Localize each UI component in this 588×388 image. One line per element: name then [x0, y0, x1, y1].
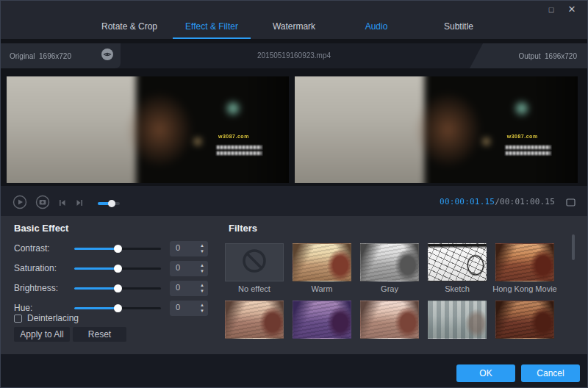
cancel-button[interactable]: Cancel	[521, 364, 580, 382]
filter-row2-4[interactable]	[428, 301, 487, 339]
brightness-value-input[interactable]: 0 ▲▼	[170, 281, 208, 296]
previous-frame-icon[interactable]	[58, 197, 67, 210]
timecode: 00:00:01.15/00:01:00.15	[440, 197, 555, 206]
saturation-spinner[interactable]: ▲▼	[200, 262, 204, 274]
close-icon[interactable]: ✕	[565, 3, 578, 16]
original-resolution-label: Original 1696x720	[10, 52, 71, 60]
hue-spinner[interactable]: ▲▼	[200, 302, 204, 314]
contrast-slider[interactable]	[74, 241, 161, 256]
footer-bar: OK Cancel	[1, 354, 587, 388]
original-video-preview: w3087.com	[7, 76, 289, 183]
tab-rotate-crop[interactable]: Rotate & Crop	[88, 17, 171, 39]
timecode-current: 00:00:01.15	[440, 197, 495, 206]
reset-button[interactable]: Reset	[73, 327, 126, 342]
hue-slider-thumb[interactable]	[114, 304, 122, 312]
apply-to-all-button[interactable]: Apply to All	[14, 327, 70, 342]
filter-label: Hong Kong Movie	[487, 284, 563, 293]
filter-label: Sketch	[428, 284, 487, 293]
filter-row2-1[interactable]	[225, 301, 284, 339]
sketch-thumbnail[interactable]	[428, 243, 487, 281]
filter-row2-2[interactable]	[293, 301, 351, 339]
snapshot-button[interactable]	[35, 195, 50, 212]
maximize-icon[interactable]: □	[545, 3, 558, 16]
filter-label: Gray	[360, 284, 419, 293]
brightness-slider[interactable]	[74, 281, 161, 296]
filter-label: No effect	[225, 284, 284, 293]
filter-row2-5[interactable]	[495, 301, 554, 339]
tab-audio[interactable]: Audio	[335, 17, 417, 39]
video-subtitle-overlay	[215, 145, 263, 157]
contrast-slider-thumb[interactable]	[114, 245, 122, 253]
tab-effect-filter[interactable]: Effect & Filter	[171, 17, 253, 39]
filter-no-effect[interactable]: No effect	[225, 243, 284, 293]
transport-bar: 00:00:01.15/00:01:00.15	[1, 186, 587, 216]
hong-kong-movie-thumbnail[interactable]	[495, 243, 554, 281]
preview-header: Original 1696x720 20150519160923.mp4 Out…	[1, 43, 587, 68]
spinner-down-icon: ▼	[200, 308, 204, 314]
no-effect-thumbnail[interactable]	[225, 243, 284, 281]
brightness-slider-thumb[interactable]	[114, 284, 122, 292]
filter-row2-3[interactable]	[360, 301, 419, 339]
contrast-row: Contrast: 0 ▲▼	[14, 241, 207, 256]
brightness-label: Brightness:	[14, 283, 58, 293]
filters-scrollbar[interactable]	[572, 234, 575, 260]
filter-hong-kong-movie[interactable]: Hong Kong Movie	[495, 243, 554, 293]
eye-icon[interactable]	[101, 48, 113, 63]
video-watermark-text: w3087.com	[507, 134, 538, 139]
volume-slider-knob[interactable]	[108, 200, 115, 207]
output-resolution-label: Output 1696x720	[518, 52, 577, 60]
spinner-down-icon: ▼	[200, 288, 204, 294]
video-filename: 20150519160923.mp4	[148, 43, 440, 68]
brightness-spinner[interactable]: ▲▼	[200, 282, 204, 294]
deinterlacing-label: Deinterlacing	[27, 313, 79, 323]
filter-gray[interactable]: Gray	[360, 243, 419, 293]
saturation-label: Saturation:	[14, 263, 57, 273]
filters-title: Filters	[229, 223, 257, 234]
title-bar: □ ✕	[1, 1, 587, 17]
tab-bar: Rotate & Crop Effect & Filter Watermark …	[1, 17, 587, 39]
tab-watermark[interactable]: Watermark	[253, 17, 335, 39]
filter-thumbnail[interactable]	[495, 301, 554, 339]
hue-value-input[interactable]: 0 ▲▼	[170, 301, 208, 316]
original-video-frame	[7, 76, 289, 183]
spinner-up-icon: ▲	[200, 302, 204, 308]
saturation-slider-thumb[interactable]	[114, 265, 122, 273]
volume-slider[interactable]	[98, 198, 120, 209]
output-label-tab: Output 1696x720	[470, 43, 587, 68]
hue-label: Hue:	[14, 303, 32, 313]
play-button[interactable]	[12, 195, 27, 212]
settings-panel: Basic Effect Contrast: 0 ▲▼ Saturation: …	[1, 216, 587, 354]
next-frame-icon[interactable]	[75, 197, 84, 210]
warm-thumbnail[interactable]	[293, 243, 351, 281]
prohibition-icon	[240, 246, 269, 279]
deinterlacing-checkbox[interactable]: Deinterlacing	[14, 313, 79, 323]
video-watermark-text: w3087.com	[218, 134, 249, 139]
enlarge-preview-icon[interactable]	[566, 197, 576, 210]
video-subtitle-overlay	[504, 145, 552, 157]
filter-label: Warm	[293, 284, 351, 293]
spinner-up-icon: ▲	[200, 282, 204, 288]
filter-thumbnail[interactable]	[225, 301, 284, 339]
ok-button[interactable]: OK	[456, 364, 515, 382]
preview-section: Original 1696x720 20150519160923.mp4 Out…	[1, 39, 587, 186]
timecode-total: /00:01:00.15	[495, 197, 555, 206]
contrast-value-input[interactable]: 0 ▲▼	[170, 241, 208, 256]
saturation-slider[interactable]	[74, 261, 161, 276]
filter-thumbnail[interactable]	[428, 301, 487, 339]
contrast-spinner[interactable]: ▲▼	[200, 242, 204, 254]
original-label-tab: Original 1696x720	[1, 43, 121, 68]
checkbox-box[interactable]	[14, 315, 22, 323]
spinner-up-icon: ▲	[200, 242, 204, 248]
effect-filter-dialog: □ ✕ Rotate & Crop Effect & Filter Waterm…	[0, 0, 588, 388]
filter-thumbnail[interactable]	[360, 301, 419, 339]
hue-slider[interactable]	[74, 301, 161, 316]
spinner-down-icon: ▼	[200, 248, 204, 254]
filter-warm[interactable]: Warm	[293, 243, 351, 293]
tab-subtitle[interactable]: Subtitle	[417, 17, 500, 39]
basic-effect-title: Basic Effect	[14, 223, 68, 234]
saturation-value-input[interactable]: 0 ▲▼	[170, 261, 208, 276]
spinner-down-icon: ▼	[200, 268, 204, 274]
filter-thumbnail[interactable]	[293, 301, 351, 339]
gray-thumbnail[interactable]	[360, 243, 419, 281]
filter-sketch[interactable]: Sketch	[428, 243, 487, 293]
